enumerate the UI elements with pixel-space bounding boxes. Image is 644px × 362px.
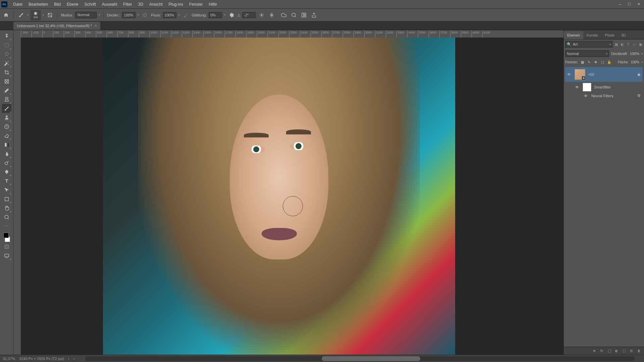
minimize-button[interactable]: ─ <box>616 1 624 7</box>
opacity-chevron-icon[interactable]: ▾ <box>138 13 139 16</box>
zoom-level[interactable]: 32,37% <box>3 357 15 361</box>
canvas[interactable] <box>21 38 564 355</box>
edit-toolbar-icon[interactable]: ⋯ <box>2 222 11 231</box>
smoothing-gear-icon[interactable] <box>227 11 235 19</box>
path-tool[interactable] <box>2 185 11 194</box>
horizontal-scrollbar[interactable] <box>85 356 635 361</box>
menu-hilfe[interactable]: Hilfe <box>206 2 220 7</box>
type-tool[interactable] <box>2 176 11 185</box>
smartfilter-row[interactable]: 👁 Smartfilter <box>565 82 643 93</box>
flow-chevron-icon[interactable]: ▾ <box>178 13 180 16</box>
smoothing-input[interactable]: 0% <box>209 12 222 18</box>
marquee-tool[interactable] <box>2 41 11 50</box>
brush-tool-icon[interactable] <box>17 11 25 19</box>
lock-trans-icon[interactable]: ▦ <box>580 60 585 64</box>
document-tab[interactable]: Unbenannt-1 bei 32,4% (+50, Filtermaske/… <box>13 22 100 30</box>
menu-bearbeiten[interactable]: Bearbeiten <box>25 2 51 7</box>
filter-type-icon[interactable]: T <box>626 42 631 47</box>
brush-preview[interactable]: 308 <box>31 10 41 20</box>
close-button[interactable]: ✕ <box>635 1 643 7</box>
foreground-color[interactable] <box>3 233 9 238</box>
blend-mode-select[interactable]: Normal▾ <box>565 50 609 57</box>
maximize-button[interactable]: ☐ <box>625 1 633 7</box>
frame-tool[interactable] <box>2 77 11 86</box>
opacity-chev-icon[interactable]: ▾ <box>641 52 643 55</box>
lock-paint-icon[interactable]: ✎ <box>587 60 591 64</box>
fx-icon[interactable]: fx <box>600 349 605 353</box>
visibility-icon[interactable]: 👁 <box>567 72 572 76</box>
filter-options-icon[interactable]: ⚙ <box>637 94 641 98</box>
wand-tool[interactable] <box>2 59 11 68</box>
ruler-origin[interactable] <box>13 30 21 38</box>
document-info[interactable]: 3240 Px × 2926 Px (72 ppi) <box>19 357 64 361</box>
info-chevron-left-icon[interactable]: ‹ <box>68 357 69 361</box>
shape-tool[interactable] <box>2 194 11 203</box>
brush-panel-icon[interactable] <box>46 11 54 19</box>
adjustment-icon[interactable]: ◐ <box>615 349 620 353</box>
share-icon[interactable] <box>310 11 318 19</box>
ruler-vertical[interactable] <box>13 38 21 355</box>
filter-smart-icon[interactable]: ▣ <box>638 42 643 47</box>
heal-tool[interactable] <box>2 95 11 104</box>
tab-ebenen[interactable]: Ebenen <box>564 31 583 39</box>
home-icon[interactable] <box>2 11 10 19</box>
pen-tool[interactable] <box>2 167 11 176</box>
layer-filter-select[interactable]: 🔍 Art ▾ <box>565 41 612 48</box>
gradient-tool[interactable] <box>2 140 11 149</box>
filter-mask-thumbnail[interactable] <box>583 83 591 92</box>
layer-name[interactable]: +50 <box>588 72 635 76</box>
tab-kanale[interactable]: Kanäle <box>583 31 601 39</box>
brush-chevron-icon[interactable]: ▾ <box>43 13 44 16</box>
neural-filter-row[interactable]: 👁 Neural Filters ⚙ <box>565 93 643 99</box>
filter-image-icon[interactable]: ▦ <box>614 42 619 47</box>
dodge-tool[interactable] <box>2 158 11 167</box>
fill-chev-icon[interactable]: ▾ <box>641 61 643 64</box>
menu-plugins[interactable]: Plug-ins <box>166 2 186 7</box>
menu-ebene[interactable]: Ebene <box>64 2 82 7</box>
eyedropper-tool[interactable] <box>2 86 11 95</box>
new-layer-icon[interactable]: ⊞ <box>630 349 635 353</box>
menu-schrift[interactable]: Schrift <box>82 2 99 7</box>
ruler-horizontal[interactable]: -200-10001002003004005006007008009001000… <box>21 30 564 38</box>
info-chevron-right-icon[interactable]: › <box>73 357 75 361</box>
modus-chevron-icon[interactable]: ▾ <box>99 13 100 16</box>
layer-row[interactable]: 👁 ▣ +50 ◉ <box>565 67 643 82</box>
group-icon[interactable]: ▢ <box>623 349 627 353</box>
lasso-tool[interactable] <box>2 50 11 59</box>
layer-thumbnail[interactable]: ▣ <box>575 69 585 80</box>
modus-select[interactable]: Normal <box>75 12 96 18</box>
menu-auswahl[interactable]: Auswahl <box>99 2 120 7</box>
fill-value[interactable]: 100% <box>631 60 639 64</box>
screenmode-icon[interactable] <box>2 251 11 260</box>
visibility-icon[interactable]: 👁 <box>584 94 589 98</box>
hand-tool[interactable] <box>2 203 11 213</box>
flow-input[interactable]: 100% <box>163 12 176 18</box>
search-icon[interactable] <box>290 11 298 19</box>
mask-icon[interactable]: ◯ <box>608 349 612 353</box>
angle-input[interactable]: -2° <box>242 12 256 18</box>
tab-pfade[interactable]: Pfade <box>601 31 618 39</box>
tab-3d[interactable]: 3D <box>618 31 629 39</box>
filter-adjust-icon[interactable]: ◐ <box>620 42 625 47</box>
zoom-tool[interactable] <box>2 213 11 222</box>
tool-chevron-icon[interactable]: ▾ <box>27 13 29 16</box>
opacity-pressure-icon[interactable] <box>141 11 149 19</box>
smoothing-chevron-icon[interactable]: ▾ <box>224 13 225 16</box>
menu-3d[interactable]: 3D <box>135 2 146 7</box>
size-pressure-icon[interactable] <box>258 11 266 19</box>
workspace-icon[interactable] <box>300 11 308 19</box>
crop-tool[interactable] <box>2 68 11 77</box>
menu-fenster[interactable]: Fenster <box>186 2 206 7</box>
menu-ansicht[interactable]: Ansicht <box>146 2 165 7</box>
lock-all-icon[interactable]: 🔒 <box>607 60 611 64</box>
lock-nest-icon[interactable]: ▢ <box>600 60 605 64</box>
opacity-input[interactable]: 100% <box>122 12 136 18</box>
stamp-tool[interactable] <box>2 113 11 122</box>
quickmask-icon[interactable] <box>2 242 11 251</box>
delete-icon[interactable]: 🗑 <box>637 349 642 353</box>
brush-tool[interactable] <box>2 104 11 113</box>
link-icon[interactable]: ⬘ <box>593 349 598 353</box>
history-brush-tool[interactable] <box>2 122 11 131</box>
blur-tool[interactable] <box>2 149 11 158</box>
cloud-icon[interactable] <box>280 11 288 19</box>
